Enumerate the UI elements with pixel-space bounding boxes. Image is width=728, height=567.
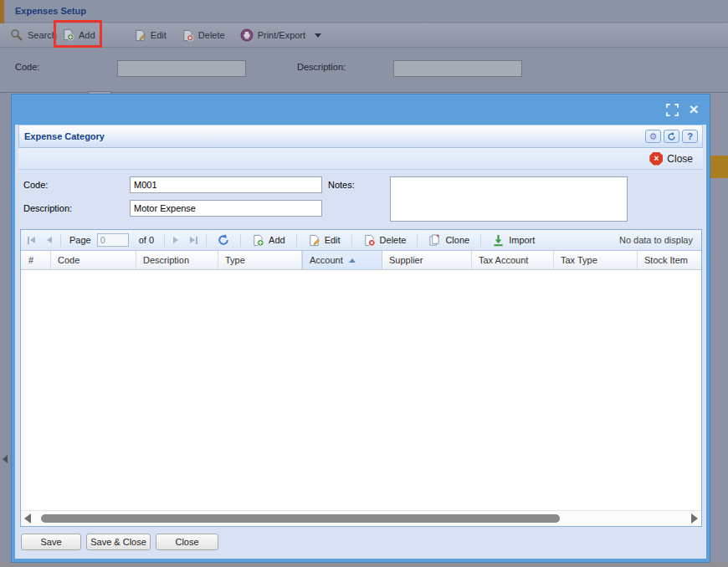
maximize-button[interactable]	[664, 102, 679, 117]
toolbar-separator	[351, 234, 352, 247]
dialog-footer: Save Save & Close Close	[18, 532, 703, 552]
search-icon	[10, 28, 23, 42]
dialog-close-button[interactable]: × Close	[646, 151, 696, 167]
search-button[interactable]: Search	[7, 26, 60, 44]
bg-code-input[interactable]	[117, 60, 246, 77]
grid-add-button[interactable]: Add	[248, 232, 290, 248]
scroll-left-icon[interactable]	[24, 513, 31, 524]
page-number-input[interactable]	[97, 233, 129, 247]
grid-delete-button[interactable]: Delete	[359, 232, 411, 248]
first-page-button[interactable]	[26, 235, 37, 246]
gear-icon: ⚙	[649, 132, 658, 140]
delete-button[interactable]: Delete	[178, 27, 228, 44]
next-page-button[interactable]	[172, 235, 180, 245]
grid-toolbar: Page of 0 Add Edit	[21, 230, 701, 251]
grid-body-empty	[21, 270, 701, 510]
sort-ascending-icon	[349, 258, 356, 263]
grid-edit-label: Edit	[325, 235, 341, 245]
save-and-close-button[interactable]: Save & Close	[86, 534, 151, 550]
column-header-index[interactable]: #	[21, 251, 51, 269]
background-filter-row: Code: Description:	[0, 48, 728, 92]
print-export-label: Print/Export	[258, 30, 305, 40]
dialog-toolbar: × Close	[18, 148, 703, 170]
background-selected-row-fragment	[710, 156, 728, 178]
toolbar-separator	[417, 234, 418, 247]
refresh-grid-button[interactable]	[213, 232, 233, 248]
toolbar-separator	[480, 234, 481, 247]
add-button[interactable]: Add	[59, 26, 99, 43]
bg-description-input[interactable]	[393, 60, 522, 77]
description-label: Description:	[23, 203, 72, 213]
print-export-button[interactable]: Print/Export	[237, 26, 325, 44]
background-page-header: Expenses Setup	[4, 0, 728, 23]
grid-clone-label: Clone	[445, 235, 469, 245]
code-input[interactable]	[130, 176, 322, 193]
column-header-type[interactable]: Type	[218, 251, 302, 269]
close-icon: ×	[689, 103, 698, 116]
grid-empty-text: No data to display	[619, 235, 696, 245]
scroll-right-icon[interactable]	[691, 513, 698, 524]
last-page-button[interactable]	[188, 235, 199, 246]
grid-edit-button[interactable]: Edit	[304, 232, 345, 248]
bg-code-label: Code:	[15, 62, 39, 72]
toolbar-separator	[164, 234, 165, 247]
search-label: Search	[28, 30, 57, 40]
expense-items-grid: Page of 0 Add Edit	[20, 229, 702, 527]
page-title: Expenses Setup	[15, 6, 86, 16]
window-titlebar: ×	[15, 94, 706, 125]
page-of-label: of 0	[139, 235, 154, 245]
window-close-button[interactable]: ×	[686, 102, 701, 117]
clone-icon	[428, 234, 441, 247]
help-button[interactable]: ?	[682, 130, 698, 143]
toolbar-separator	[240, 234, 241, 247]
help-icon: ?	[687, 131, 693, 141]
grid-import-button[interactable]: Import	[488, 232, 539, 248]
prev-page-button[interactable]	[45, 235, 54, 245]
sidebar-collapse-icon[interactable]	[3, 455, 8, 463]
edit-button[interactable]: Edit	[131, 27, 170, 44]
column-header-account-label: Account	[310, 255, 343, 265]
edit-label: Edit	[151, 30, 167, 40]
import-icon	[492, 234, 505, 247]
column-header-stock-item[interactable]: Stock Item	[638, 251, 701, 269]
delete-icon	[363, 234, 376, 247]
scrollbar-thumb[interactable]	[41, 514, 560, 523]
grid-add-label: Add	[269, 235, 285, 245]
refresh-panel-button[interactable]	[664, 130, 679, 143]
edit-icon	[308, 234, 320, 247]
bg-description-label: Description:	[297, 62, 346, 72]
edit-icon	[134, 29, 146, 42]
column-header-tax-type[interactable]: Tax Type	[554, 251, 638, 269]
dialog-close-label: Close	[667, 153, 693, 165]
column-header-supplier[interactable]: Supplier	[382, 251, 472, 269]
grid-delete-label: Delete	[380, 235, 407, 245]
notes-label: Notes:	[328, 180, 355, 190]
refresh-icon	[667, 132, 676, 141]
column-header-tax-account[interactable]: Tax Account	[472, 251, 554, 269]
horizontal-scrollbar[interactable]	[21, 510, 701, 526]
refresh-icon	[218, 234, 229, 246]
notes-textarea[interactable]	[390, 176, 628, 222]
description-input[interactable]	[130, 200, 322, 217]
column-header-description[interactable]: Description	[136, 251, 218, 269]
settings-button[interactable]: ⚙	[645, 130, 661, 143]
close-button[interactable]: Close	[156, 534, 218, 550]
sidebar-collapse-strip[interactable]	[0, 93, 12, 562]
column-header-account[interactable]: Account	[302, 251, 382, 269]
toolbar-separator	[296, 234, 297, 247]
save-button[interactable]: Save	[21, 534, 81, 550]
code-label: Code:	[23, 180, 48, 190]
delete-label: Delete	[198, 30, 225, 40]
page-label: Page	[69, 235, 91, 245]
add-icon	[252, 234, 264, 247]
grid-clone-button[interactable]: Clone	[424, 232, 474, 248]
window-body: Expense Category ⚙ ? × Close Code: Descr…	[15, 125, 706, 559]
dialog-form: Code: Description: Notes:	[18, 170, 703, 229]
close-stop-icon: ×	[649, 152, 663, 166]
grid-header-row: # Code Description Type Account Supplier…	[21, 251, 701, 270]
panel-header: Expense Category ⚙ ?	[18, 125, 703, 148]
toolbar-separator	[60, 234, 61, 247]
column-header-code[interactable]: Code	[51, 251, 136, 269]
chevron-down-icon	[315, 33, 321, 38]
delete-icon	[182, 29, 194, 42]
